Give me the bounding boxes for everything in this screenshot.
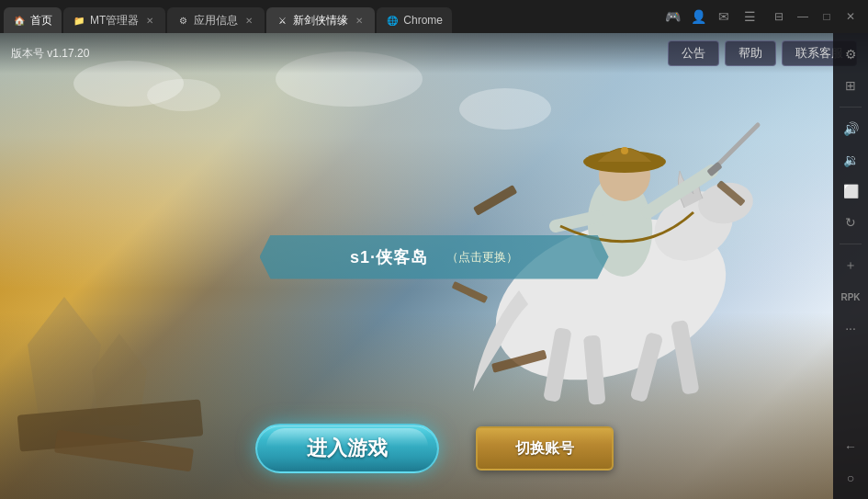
switch-account-button[interactable]: 切换账号 bbox=[476, 426, 614, 471]
grid-btn[interactable]: ⊟ bbox=[769, 6, 789, 27]
announcement-button[interactable]: 公告 bbox=[668, 40, 719, 66]
gamepad-icon[interactable]: 🎮 bbox=[662, 6, 682, 27]
menu-icon[interactable]: ☰ bbox=[739, 6, 760, 27]
sidebar-home-icon[interactable]: ○ bbox=[837, 464, 864, 492]
tab-mt-close[interactable]: ✕ bbox=[143, 14, 156, 27]
user-icon[interactable]: 👤 bbox=[688, 6, 708, 27]
sidebar-add-icon[interactable]: ＋ bbox=[837, 252, 864, 279]
sidebar-divider-1 bbox=[840, 107, 862, 108]
svg-point-10 bbox=[621, 147, 628, 154]
server-banner[interactable]: s1·侠客岛 （点击更换） bbox=[260, 235, 609, 279]
tab-mt-label: MT管理器 bbox=[90, 13, 139, 28]
tab-xjxy-label: 新剑侠情缘 bbox=[293, 13, 348, 28]
sidebar-volume-down-icon[interactable]: 🔉 bbox=[837, 146, 864, 174]
tab-appinfo-close[interactable]: ✕ bbox=[242, 14, 255, 27]
tab-home[interactable]: 🏠 首页 bbox=[4, 7, 62, 33]
tab-home-label: 首页 bbox=[30, 13, 52, 28]
tab-appinfo-label: 应用信息 bbox=[194, 13, 238, 28]
maximize-btn[interactable]: □ bbox=[817, 6, 837, 27]
close-btn[interactable]: ✕ bbox=[840, 6, 861, 27]
chrome-tab-icon: 🌐 bbox=[386, 14, 399, 27]
sidebar-screen-icon[interactable]: ⬜ bbox=[837, 177, 864, 205]
tab-area: 🏠 首页 📁 MT管理器 ✕ ⚙ 应用信息 ✕ ⚔ 新剑侠情缘 ✕ 🌐 Chro… bbox=[4, 0, 662, 33]
cloud-2 bbox=[147, 79, 220, 111]
sidebar-more-icon[interactable]: ··· bbox=[837, 314, 864, 342]
sidebar-rpk-icon[interactable]: RPK bbox=[837, 283, 864, 311]
sidebar-settings-icon[interactable]: ⚙ bbox=[837, 40, 864, 68]
tab-app-info[interactable]: ⚙ 应用信息 ✕ bbox=[167, 7, 265, 33]
titlebar: 🏠 首页 📁 MT管理器 ✕ ⚙ 应用信息 ✕ ⚔ 新剑侠情缘 ✕ 🌐 Chro… bbox=[0, 0, 868, 33]
right-sidebar: ⚙ ⊞ 🔊 🔉 ⬜ ↻ ＋ RPK ··· ← ○ bbox=[833, 33, 868, 499]
version-text: 版本号 v1.17.20 bbox=[11, 46, 668, 62]
tab-chrome[interactable]: 🌐 Chrome bbox=[377, 7, 452, 33]
tab-chrome-label: Chrome bbox=[403, 14, 443, 27]
tab-mt-manager[interactable]: 📁 MT管理器 ✕ bbox=[63, 7, 165, 33]
sidebar-volume-up-icon[interactable]: 🔊 bbox=[837, 115, 864, 142]
sidebar-divider-2 bbox=[840, 244, 862, 244]
svg-rect-15 bbox=[473, 185, 517, 216]
window-controls: ⊟ — □ ✕ bbox=[769, 6, 861, 27]
bottom-buttons: 进入游戏 切换账号 bbox=[0, 424, 868, 473]
server-name: s1·侠客岛 bbox=[350, 246, 428, 268]
top-bar: 版本号 v1.17.20 公告 帮助 联系客服 bbox=[0, 33, 868, 74]
sidebar-grid-icon[interactable]: ⊞ bbox=[837, 72, 864, 99]
sidebar-rotate-icon[interactable]: ↻ bbox=[837, 209, 864, 236]
sidebar-back-icon[interactable]: ← bbox=[837, 433, 864, 460]
help-button[interactable]: 帮助 bbox=[725, 40, 776, 66]
svg-rect-16 bbox=[452, 281, 489, 303]
home-tab-icon: 🏠 bbox=[13, 14, 26, 27]
mail-icon[interactable]: ✉ bbox=[714, 6, 734, 27]
top-buttons: 公告 帮助 联系客服 bbox=[668, 40, 857, 66]
enter-game-button[interactable]: 进入游戏 bbox=[255, 424, 439, 473]
tab-xjxy[interactable]: ⚔ 新剑侠情缘 ✕ bbox=[266, 7, 375, 33]
server-change-hint[interactable]: （点击更换） bbox=[446, 249, 518, 266]
tab-xjxy-close[interactable]: ✕ bbox=[353, 14, 366, 27]
titlebar-controls: 🎮 👤 ✉ ☰ ⊟ — □ ✕ bbox=[662, 6, 868, 27]
mt-tab-icon: 📁 bbox=[73, 14, 85, 27]
svg-line-14 bbox=[556, 217, 597, 226]
appinfo-tab-icon: ⚙ bbox=[176, 14, 189, 27]
xjxy-tab-icon: ⚔ bbox=[276, 14, 288, 27]
minimize-btn[interactable]: — bbox=[793, 6, 813, 27]
game-main-area: 版本号 v1.17.20 公告 帮助 联系客服 s1·侠客岛 （点击更换） 进入… bbox=[0, 33, 868, 499]
